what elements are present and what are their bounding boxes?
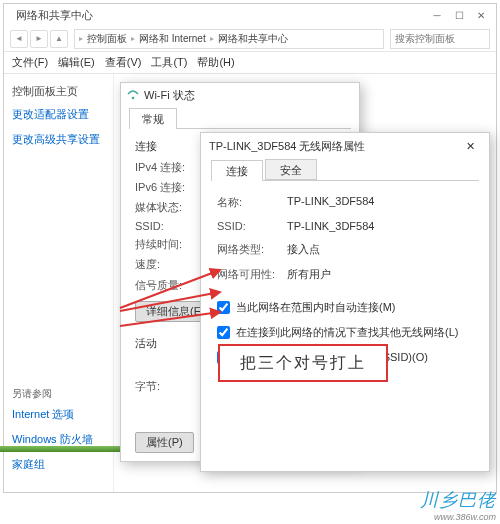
minimize-button[interactable]: ─ [426,5,448,25]
watermark: 川乡巴佬 www.386w.com [420,488,496,522]
look-other-networks-checkbox[interactable]: 在连接到此网络的情况下查找其他无线网络(L) [217,325,473,340]
window-controls: ─ ☐ ✕ [426,5,492,25]
menu-view[interactable]: 查看(V) [105,55,142,70]
tab-general[interactable]: 常规 [129,108,177,129]
dialog-title: Wi-Fi 状态 [144,88,195,103]
ssid-label: SSID: [135,220,203,232]
checkbox-label: 在连接到此网络的情况下查找其他无线网络(L) [236,325,458,340]
search-input[interactable] [390,29,490,49]
bytes-label: 字节: [135,379,203,394]
breadcrumb-seg[interactable]: 网络和共享中心 [218,32,288,46]
ssid-value: TP-LINK_3DF584 [287,220,374,232]
tabs: 常规 [129,107,351,129]
auto-connect-checkbox[interactable]: 当此网络在范围内时自动连接(M) [217,300,473,315]
dialog-titlebar: Wi-Fi 状态 [121,83,359,107]
speed-label: 速度: [135,257,203,272]
svg-point-0 [132,97,135,100]
taskbar-fragment [0,446,120,452]
avail-value: 所有用户 [287,267,331,282]
duration-label: 持续时间: [135,237,203,252]
back-button[interactable]: ◄ [10,30,28,48]
type-value: 接入点 [287,242,320,257]
menubar: 文件(F) 编辑(E) 查看(V) 工具(T) 帮助(H) [4,52,496,74]
up-button[interactable]: ▲ [50,30,68,48]
window-title: 网络和共享中心 [8,8,426,23]
ipv4-label: IPv4 连接: [135,160,203,175]
seealso-firewall[interactable]: Windows 防火墙 [12,432,93,447]
titlebar: 网络和共享中心 ─ ☐ ✕ [4,4,496,26]
watermark-brand: 川乡巴佬 [420,490,496,510]
seealso-internet-options[interactable]: Internet 选项 [12,407,93,422]
media-label: 媒体状态: [135,200,203,215]
seealso-homegroup[interactable]: 家庭组 [12,457,93,472]
wireless-properties-dialog: TP-LINK_3DF584 无线网络属性 ✕ 连接 安全 名称:TP-LINK… [200,132,490,472]
breadcrumb-seg[interactable]: 控制面板 [87,32,127,46]
forward-button[interactable]: ► [30,30,48,48]
type-label: 网络类型: [217,242,287,257]
watermark-url: www.386w.com [420,512,496,522]
menu-edit[interactable]: 编辑(E) [58,55,95,70]
breadcrumb-seg[interactable]: 网络和 Internet [139,32,206,46]
chevron-right-icon: ▸ [79,34,83,43]
tabs: 连接 安全 [211,159,479,181]
tab-connection[interactable]: 连接 [211,160,263,181]
sidebar-adapter-link[interactable]: 更改适配器设置 [12,107,105,122]
seealso-header: 另请参阅 [12,387,93,401]
signal-label: 信号质量: [135,278,203,293]
breadcrumb[interactable]: ▸ 控制面板 ▸ 网络和 Internet ▸ 网络和共享中心 [74,29,384,49]
maximize-button[interactable]: ☐ [448,5,470,25]
name-value: TP-LINK_3DF584 [287,195,374,210]
close-button[interactable]: ✕ [470,5,492,25]
ipv6-label: IPv6 连接: [135,180,203,195]
ssid-label: SSID: [217,220,287,232]
close-button[interactable]: ✕ [459,136,481,156]
sidebar: 控制面板主页 更改适配器设置 更改高级共享设置 另请参阅 Internet 选项… [4,74,114,492]
sidebar-sharing-link[interactable]: 更改高级共享设置 [12,132,105,147]
sidebar-home[interactable]: 控制面板主页 [12,84,105,99]
checkbox-input[interactable] [217,301,230,314]
address-bar: ◄ ► ▲ ▸ 控制面板 ▸ 网络和 Internet ▸ 网络和共享中心 [4,26,496,52]
menu-file[interactable]: 文件(F) [12,55,48,70]
sidebar-seealso: 另请参阅 Internet 选项 Windows 防火墙 家庭组 [12,387,93,482]
wifi-icon [127,90,139,100]
properties-button[interactable]: 属性(P) [135,432,194,453]
dialog-title: TP-LINK_3DF584 无线网络属性 [209,139,365,154]
menu-help[interactable]: 帮助(H) [197,55,234,70]
dialog-titlebar: TP-LINK_3DF584 无线网络属性 ✕ [201,133,489,159]
tab-security[interactable]: 安全 [265,159,317,180]
checkbox-label: 当此网络在范围内时自动连接(M) [236,300,396,315]
name-label: 名称: [217,195,287,210]
chevron-right-icon: ▸ [210,34,214,43]
avail-label: 网络可用性: [217,267,287,282]
annotation-text: 把三个对号打上 [218,344,388,382]
checkbox-input[interactable] [217,326,230,339]
menu-tools[interactable]: 工具(T) [151,55,187,70]
chevron-right-icon: ▸ [131,34,135,43]
nav-buttons: ◄ ► ▲ [10,30,68,48]
